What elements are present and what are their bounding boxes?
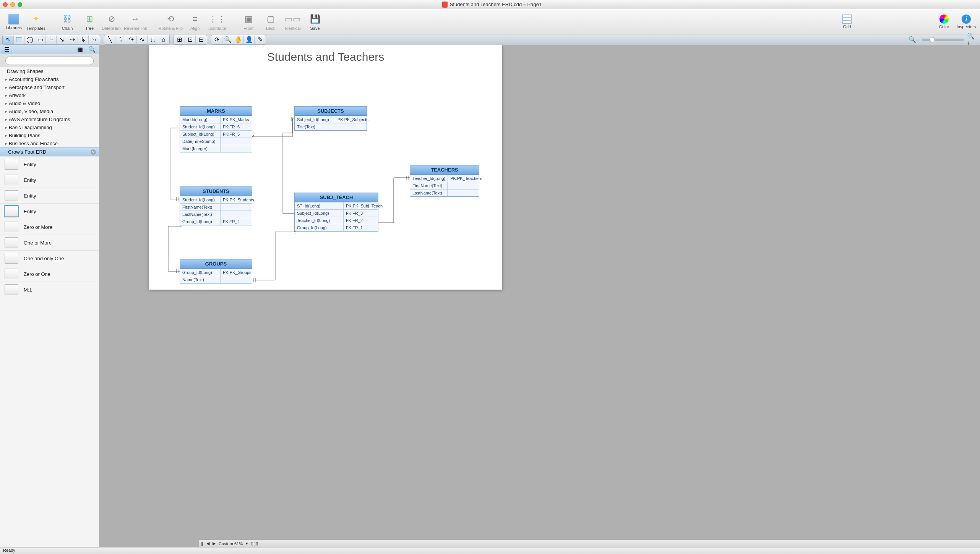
zoom-slider[interactable] bbox=[922, 39, 964, 41]
entity-row: Title(Text) bbox=[295, 123, 367, 130]
toolbar-color[interactable]: Color bbox=[934, 10, 954, 33]
stencil-entity[interactable]: Entity bbox=[0, 188, 99, 203]
stencil-one-or-more[interactable]: One or More bbox=[0, 235, 99, 250]
line-tool-5[interactable]: ⎍ bbox=[148, 36, 158, 44]
zoom-fit[interactable]: ⟳ bbox=[212, 36, 222, 44]
library-tree[interactable]: Drawing Shapes▸Accounting Flowcharts▸Aer… bbox=[0, 67, 99, 547]
lib-cat-artwork[interactable]: ▸Artwork bbox=[0, 91, 99, 99]
stencil-entity[interactable]: Entity bbox=[0, 203, 99, 219]
zoom-in-button[interactable]: 🔍+ bbox=[967, 36, 978, 44]
toolbar-templates[interactable]: ✦Templates bbox=[26, 10, 46, 33]
entity-header: GROUPS bbox=[180, 259, 252, 269]
entity-row: MarkId(Long)PK:PK_Marks bbox=[180, 116, 252, 123]
library-search-input[interactable] bbox=[5, 57, 94, 65]
entity-row: Group_Id(Long)PK:PK_Groups bbox=[180, 269, 252, 276]
entity-subjects[interactable]: SUBJECTSSubject_Id(Long)PK:PK_SubjectsTi… bbox=[294, 106, 367, 131]
snap-tool-2[interactable]: ⊡ bbox=[185, 36, 196, 44]
zoom-label[interactable]: Custom 61% bbox=[219, 541, 243, 546]
ellipse-tool[interactable]: ◯ bbox=[24, 36, 35, 44]
toolbar-libraries[interactable]: Libraries bbox=[4, 10, 24, 33]
toolbar-distribute: ⋮⋮Distribute bbox=[207, 10, 227, 33]
entity-row: Group_Id(Long)FK:FR_4 bbox=[180, 218, 252, 225]
connector-tool-5[interactable]: ⤷ bbox=[89, 36, 99, 44]
stencil-one-and-only-one[interactable]: One and only One bbox=[0, 250, 99, 266]
text-tool[interactable]: ▭ bbox=[35, 36, 46, 44]
entity-header: TEACHERS bbox=[410, 165, 479, 175]
entity-row: Subject_Id(Long)PK:PK_Subjects bbox=[295, 116, 367, 123]
sidebar-grid-view[interactable]: ▦ bbox=[75, 46, 85, 53]
user-tool[interactable]: 👤 bbox=[244, 36, 255, 44]
entity-row: Name(Text) bbox=[180, 276, 252, 283]
toolbar-chain[interactable]: ⛓Chain bbox=[57, 10, 77, 33]
connector-tool-1[interactable]: └ bbox=[46, 36, 57, 44]
lib-cat-audio-video-media[interactable]: ▸Audio, Video, Media bbox=[0, 107, 99, 115]
stencil-m-1[interactable]: M:1 bbox=[0, 282, 99, 297]
close-icon[interactable]: ✕ bbox=[91, 149, 96, 155]
lib-cat-basic-diagramming[interactable]: ▸Basic Diagramming bbox=[0, 123, 99, 131]
lib-cat-building-plans[interactable]: ▸Building Plans bbox=[0, 131, 99, 139]
pan-tool[interactable]: ✋ bbox=[233, 36, 244, 44]
entity-marks[interactable]: MARKSMarkId(Long)PK:PK_MarksStudent_Id(L… bbox=[180, 106, 252, 152]
bottom-bar: ‖ ◀ ▶ Custom 61% ▾ ▯▯▯ bbox=[199, 539, 980, 547]
zoom-out-button[interactable]: 🔍- bbox=[908, 36, 919, 44]
pause-icon[interactable]: ‖ bbox=[201, 541, 203, 546]
entity-groups[interactable]: GROUPSGroup_Id(Long)PK:PK_GroupsName(Tex… bbox=[180, 259, 252, 283]
sidebar-tree-view[interactable]: ☰ bbox=[2, 46, 12, 53]
lib-cat-aerospace-and-transport[interactable]: ▸Aerospace and Transport bbox=[0, 83, 99, 91]
snap-tool-1[interactable]: ⊞ bbox=[174, 36, 185, 44]
toolbar-tree[interactable]: ⊞Tree bbox=[80, 10, 99, 33]
line-tool-3[interactable]: ↷ bbox=[126, 36, 137, 44]
line-tool-4[interactable]: ∿ bbox=[137, 36, 148, 44]
sidebar: ☰ ▦ 🔍 Drawing Shapes▸Accounting Flowchar… bbox=[0, 45, 99, 547]
entity-row: Student_Id(Long)PK:PK_Students bbox=[180, 196, 252, 203]
canvas[interactable]: Students and Teachers MARKSMarkId(Long)P… bbox=[99, 45, 980, 547]
lib-cat-drawing-shapes[interactable]: Drawing Shapes bbox=[0, 67, 99, 75]
connector-tool-3[interactable]: ⇢ bbox=[67, 36, 78, 44]
snap-tool-3[interactable]: ⊟ bbox=[196, 36, 206, 44]
entity-teachers[interactable]: TEACHERSTeacher_Id(Long)PK:PK_TeachersFi… bbox=[410, 165, 479, 197]
titlebar: Students and Teachers ERD.cdd – Page1 bbox=[0, 0, 980, 9]
stencil-entity[interactable]: Entity bbox=[0, 156, 99, 172]
window-close-button[interactable] bbox=[3, 2, 8, 7]
lib-cat-business-and-finance[interactable]: ▸Business and Finance bbox=[0, 139, 99, 147]
entity-header: MARKS bbox=[180, 107, 252, 116]
view-buttons[interactable]: ▯▯▯ bbox=[251, 541, 258, 546]
status-bar: Ready bbox=[0, 547, 980, 554]
entity-row: LastName(Text) bbox=[180, 211, 252, 218]
entity-row: Subject_Id(Long)FK:FR_5 bbox=[180, 130, 252, 138]
pointer-tool[interactable]: ↖ bbox=[3, 36, 14, 44]
entity-subj_teach[interactable]: SUBJ_TEACHST_Id(Long)PK:PK_Subj_TeachSub… bbox=[294, 193, 378, 232]
window-zoom-button[interactable] bbox=[18, 2, 22, 7]
stencil-zero-or-one[interactable]: Zero or One bbox=[0, 266, 99, 282]
toolbar-inspectors[interactable]: iInspectors bbox=[956, 10, 976, 33]
entity-row: Date(TimeStamp) bbox=[180, 138, 252, 145]
entity-row: LastName(Text) bbox=[410, 189, 479, 196]
line-tool-1[interactable]: ╲ bbox=[105, 36, 115, 44]
toolbar-grid[interactable]: Grid bbox=[837, 10, 857, 33]
entity-row: Teacher_Id(Long)FK:FR_2 bbox=[295, 217, 378, 224]
lib-selected[interactable]: Crow's Foot ERD✕ bbox=[0, 147, 99, 156]
page-prev[interactable]: ◀ bbox=[206, 541, 209, 546]
document-icon bbox=[442, 2, 448, 8]
page[interactable]: Students and Teachers MARKSMarkId(Long)P… bbox=[149, 45, 502, 290]
lib-cat-accounting-flowcharts[interactable]: ▸Accounting Flowcharts bbox=[0, 75, 99, 83]
connector-tool-2[interactable]: ↘ bbox=[57, 36, 67, 44]
line-tool-2[interactable]: ⤵ bbox=[115, 36, 126, 44]
stencil-entity[interactable]: Entity bbox=[0, 172, 99, 188]
zoom-tool[interactable]: 🔍 bbox=[222, 36, 233, 44]
toolbar-back: ▢Back bbox=[261, 10, 281, 33]
eyedropper-tool[interactable]: ✎ bbox=[255, 36, 265, 44]
lib-cat-audio-video[interactable]: ▸Audio & Video bbox=[0, 99, 99, 107]
window-minimize-button[interactable] bbox=[10, 2, 15, 7]
connector-tool-4[interactable]: ↳ bbox=[78, 36, 89, 44]
rect-tool[interactable] bbox=[14, 36, 24, 44]
line-tool-6[interactable]: ⎐ bbox=[158, 36, 169, 44]
entity-students[interactable]: STUDENTSStudent_Id(Long)PK:PK_StudentsFi… bbox=[180, 186, 252, 225]
toolbar-save[interactable]: 💾Save bbox=[305, 10, 325, 33]
stencil-zero-or-more[interactable]: Zero or More bbox=[0, 219, 99, 235]
entity-row: Group_Id(Long)FK:FR_1 bbox=[295, 224, 378, 231]
lib-cat-aws-architecture-diagrams[interactable]: ▸AWS Architecture Diagrams bbox=[0, 115, 99, 123]
toolbar-rotate-flip: ⟲Rotate & Flip bbox=[159, 10, 183, 33]
page-next[interactable]: ▶ bbox=[213, 541, 216, 546]
sidebar-search-toggle[interactable]: 🔍 bbox=[87, 46, 97, 53]
